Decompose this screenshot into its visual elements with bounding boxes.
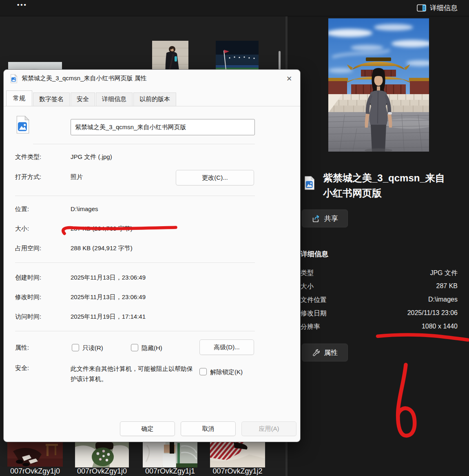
file-type-value: JPG 文件 (.jpg) [71, 153, 112, 161]
modified-label: 修改时间: [15, 293, 41, 301]
properties-button-label: 属性 [324, 348, 338, 357]
separator [15, 196, 255, 196]
details-panel-icon [417, 4, 426, 12]
security-text: 此文件来自其他计算机，可能被阻止以帮助保护该计算机。 [71, 364, 195, 384]
more-menu-button[interactable]: ••• [17, 1, 27, 8]
details-panel-toggle[interactable]: 详细信息 [417, 2, 458, 13]
tab-divider [4, 106, 300, 106]
file-properties-dialog: 紫禁城之美_3_qcmsn_来自小红书网页版 属性 ✕ 常规 数字签名 安全 详… [3, 69, 301, 442]
location-value: D:\images [71, 205, 98, 212]
tab-details[interactable]: 详细信息 [96, 93, 133, 106]
share-icon [312, 214, 320, 223]
thumbnail-white-dress[interactable] [143, 442, 197, 467]
separator [33, 144, 255, 144]
change-app-button[interactable]: 更改(C)... [176, 170, 254, 185]
ok-button[interactable]: 确定 [120, 421, 175, 436]
details-heading: 详细信息 [301, 249, 328, 259]
security-label: 安全: [15, 364, 29, 372]
size-value: 287 KB (294,700 字节) [71, 225, 133, 233]
detail-value: D:\images [428, 296, 458, 307]
modified-value: 2025年11月13日，23:06:49 [71, 293, 146, 301]
separator [15, 331, 255, 331]
detail-label: 类型 [301, 269, 314, 280]
detail-value: 2025/11/13 23:06 [407, 309, 458, 321]
photo-preview-forbidden-city[interactable] [328, 18, 429, 152]
detail-value: JPG 文件 [430, 269, 458, 280]
detail-row-type: 类型 JPG 文件 [301, 269, 458, 280]
image-file-icon [15, 116, 30, 134]
wrench-icon [312, 348, 320, 357]
detail-row-modified: 修改日期 2025/11/13 23:06 [301, 309, 458, 321]
image-file-icon [304, 176, 315, 190]
created-label: 创建时间: [15, 274, 41, 282]
share-button-label: 共享 [324, 214, 338, 223]
tab-digital-signatures[interactable]: 数字签名 [33, 93, 70, 106]
hidden-checkbox[interactable] [131, 344, 138, 351]
thumbnail-maroon-room[interactable] [7, 442, 63, 467]
detail-row-size: 大小 287 KB [301, 282, 458, 294]
dialog-title: 紫禁城之美_3_qcmsn_来自小红书网页版 属性 [22, 75, 147, 82]
tab-general[interactable]: 常规 [6, 90, 32, 106]
hidden-label: 隐藏(H) [142, 344, 162, 352]
detail-value: 287 KB [436, 282, 458, 294]
detail-row-resolution: 分辨率 1080 x 1440 [301, 323, 458, 334]
separator [15, 262, 255, 263]
readonly-checkbox[interactable] [72, 344, 79, 351]
unblock-checkbox[interactable] [199, 368, 207, 375]
photos-app-window: 007rOvkZgy1j0 007rOvkZgy1j0 007rOvkZgy1j… [0, 0, 469, 476]
size-on-disk-value: 288 KB (294,912 字节) [71, 245, 133, 252]
properties-button[interactable]: 属性 [302, 344, 348, 361]
detail-label: 分辨率 [301, 323, 320, 334]
unblock-label: 解除锁定(K) [210, 368, 243, 376]
open-with-value: 照片 [71, 173, 83, 181]
location-label: 位置: [15, 205, 29, 213]
accessed-value: 2025年11月19日，17:14:41 [71, 313, 146, 321]
details-toggle-label: 详细信息 [430, 3, 458, 13]
apply-button: 应用(A) [241, 421, 296, 436]
advanced-button[interactable]: 高级(D)... [199, 339, 254, 355]
size-on-disk-label: 占用空间: [15, 245, 41, 252]
accessed-label: 访问时间: [15, 313, 41, 321]
dialog-tabs: 常规 数字签名 安全 详细信息 以前的版本 [6, 92, 177, 106]
detail-label: 大小 [301, 282, 314, 294]
thumbnail-red-stripe-bed[interactable] [210, 442, 265, 467]
created-value: 2025年11月13日，23:06:49 [71, 274, 146, 282]
filename-input[interactable] [71, 119, 255, 135]
thumbnail-filename[interactable]: 007rOvkZgy1j1 [143, 467, 197, 476]
share-button[interactable]: 共享 [302, 209, 348, 227]
sidebar-file-title: 紫禁城之美_3_qcmsn_来自小红书网页版 [323, 170, 450, 201]
thumbnail-filename[interactable]: 007rOvkZgy1j0 [75, 467, 129, 476]
thumbnail-filename[interactable]: 007rOvkZgy1j0 [7, 467, 63, 476]
readonly-label: 只读(R) [82, 344, 103, 352]
detail-label: 修改日期 [301, 309, 327, 321]
size-label: 大小: [15, 225, 29, 233]
cancel-button[interactable]: 取消 [181, 421, 236, 436]
thumbnail-flower-bouquet[interactable] [75, 442, 129, 467]
detail-value: 1080 x 1440 [422, 323, 458, 334]
image-file-icon [10, 74, 18, 83]
file-type-label: 文件类型: [15, 153, 41, 161]
tab-security[interactable]: 安全 [71, 93, 95, 106]
detail-label: 文件位置 [301, 296, 327, 307]
tab-previous-versions[interactable]: 以前的版本 [133, 93, 176, 106]
app-toolbar: ••• 详细信息 [0, 0, 469, 16]
attributes-label: 属性: [15, 344, 29, 352]
close-icon[interactable]: ✕ [283, 73, 295, 84]
dialog-titlebar[interactable]: 紫禁城之美_3_qcmsn_来自小红书网页版 属性 ✕ [4, 70, 300, 88]
open-with-label: 打开方式: [15, 173, 41, 181]
detail-row-location: 文件位置 D:\images [301, 296, 458, 307]
thumbnail-filename[interactable]: 007rOvkZgy1j2 [210, 467, 265, 476]
